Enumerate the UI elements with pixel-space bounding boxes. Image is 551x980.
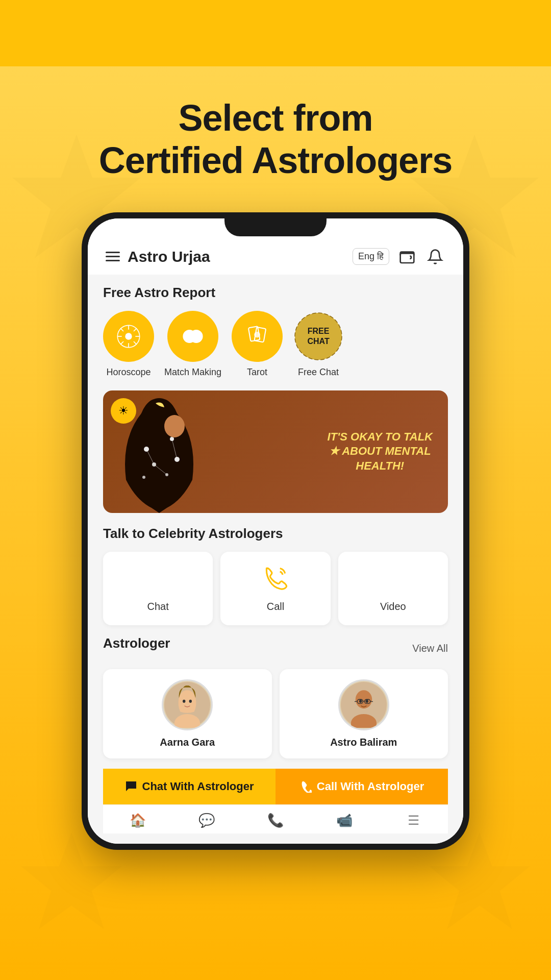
call-service-label: Call — [267, 601, 284, 612]
chat-service-icon — [145, 565, 171, 595]
svg-point-19 — [254, 331, 260, 337]
chat-service-card[interactable]: Chat — [103, 552, 213, 625]
headline: Select from Certified Astrologers — [99, 97, 452, 182]
svg-point-36 — [183, 699, 185, 702]
call-service-icon — [263, 565, 288, 595]
top-bar — [0, 0, 551, 66]
phone-mockup: Astro Urjaa Eng हि — [82, 212, 469, 850]
app-content: Free Astro Report — [88, 275, 463, 844]
tarot-item[interactable]: Tarot — [232, 311, 283, 378]
svg-point-6 — [125, 333, 132, 339]
free-badge-line2: CHAT — [307, 336, 329, 346]
bottom-nav: 🏠 💬 📞 📹 ☰ — [103, 804, 448, 834]
matchmaking-icon-circle — [167, 311, 218, 362]
tarot-label: Tarot — [247, 367, 267, 378]
horoscope-item[interactable]: Horoscope — [103, 311, 154, 378]
svg-rect-4 — [400, 253, 414, 263]
nav-home[interactable]: 🏠 — [103, 813, 172, 828]
nav-chat[interactable]: 💬 — [172, 813, 241, 828]
aarna-name: Aarna Gara — [160, 737, 215, 748]
app-logo: Astro Urjaa — [128, 248, 210, 265]
service-cards: Chat Call — [103, 552, 448, 625]
free-astro-title: Free Astro Report — [103, 285, 448, 301]
chat-nav-icon: 💬 — [198, 813, 215, 828]
svg-point-41 — [359, 699, 362, 702]
svg-line-46 — [355, 701, 357, 701]
wallet-icon[interactable] — [397, 247, 417, 267]
lang-hi: हि — [377, 251, 384, 262]
svg-point-16 — [190, 330, 202, 342]
svg-point-31 — [164, 415, 185, 437]
banner-text: IT'S OKAY TO TALK ★ ABOUT MENTAL HEALTH! — [328, 430, 433, 474]
banner-line2: ★ ABOUT MENTAL — [328, 444, 433, 459]
celebrity-title: Talk to Celebrity Astrologers — [103, 526, 448, 542]
app-header: Astro Urjaa Eng हि — [88, 236, 463, 275]
tarot-icon-circle — [232, 311, 283, 362]
horoscope-icon-circle — [103, 311, 154, 362]
nav-menu[interactable]: ☰ — [379, 813, 448, 828]
horoscope-label: Horoscope — [106, 367, 151, 378]
svg-line-47 — [370, 701, 372, 701]
celebrity-section: Talk to Celebrity Astrologers Chat — [103, 526, 448, 625]
banner-line1: IT'S OKAY TO TALK — [328, 430, 433, 445]
nav-video[interactable]: 📹 — [310, 813, 379, 828]
sun-icon: ☀ — [111, 398, 136, 424]
video-service-icon — [380, 565, 406, 595]
chat-with-astrologer-btn[interactable]: Chat With Astrologer — [103, 769, 276, 804]
headline-line2: Certified Astrologers — [99, 140, 452, 181]
banner-line3: HEALTH! — [328, 459, 433, 474]
match-making-item[interactable]: Match Making — [164, 311, 221, 378]
video-service-label: Video — [380, 601, 406, 612]
svg-point-37 — [189, 699, 192, 702]
astro-icons-row: Horoscope Match Making — [103, 311, 448, 378]
hamburger-menu[interactable] — [106, 252, 120, 261]
astrologer-card-baliram[interactable]: Astro Baliram — [280, 669, 448, 758]
headline-line1: Select from — [178, 97, 372, 138]
phone-inner: Astro Urjaa Eng हि — [88, 218, 463, 844]
call-with-astrologer-btn[interactable]: Call With Astrologer — [276, 769, 448, 804]
matchmaking-label: Match Making — [164, 367, 221, 378]
language-switcher[interactable]: Eng हि — [353, 248, 389, 265]
view-all-link[interactable]: View All — [412, 643, 448, 654]
video-service-card[interactable]: Video — [338, 552, 448, 625]
menu-nav-icon: ☰ — [408, 813, 419, 828]
main-background: Select from Certified Astrologers Astro … — [0, 66, 551, 980]
free-badge-line1: FREE — [307, 326, 329, 336]
chat-service-label: Chat — [147, 601, 169, 612]
svg-point-26 — [142, 476, 145, 479]
free-chat-label: Free Chat — [298, 367, 339, 378]
free-chat-item[interactable]: FREE CHAT Free Chat — [293, 311, 344, 378]
chat-cta-label: Chat With Astrologer — [142, 780, 254, 793]
call-service-card[interactable]: Call — [220, 552, 330, 625]
header-left: Astro Urjaa — [106, 248, 210, 265]
home-nav-icon: 🏠 — [130, 813, 146, 828]
phone-notch — [224, 218, 327, 236]
svg-line-11 — [120, 328, 123, 331]
baliram-name: Astro Baliram — [330, 737, 397, 748]
video-nav-icon: 📹 — [336, 813, 353, 828]
call-cta-label: Call With Astrologer — [317, 780, 424, 793]
astrologer-card-aarna[interactable]: Aarna Gara — [103, 669, 272, 758]
svg-rect-32 — [382, 570, 397, 584]
aarna-avatar — [162, 679, 213, 730]
astrologer-header: Astrologer View All — [103, 635, 448, 662]
svg-line-14 — [120, 341, 123, 345]
baliram-avatar — [338, 679, 389, 730]
astrologer-title: Astrologer — [103, 635, 170, 651]
svg-point-39 — [356, 690, 372, 708]
header-right: Eng हि — [353, 247, 445, 267]
svg-line-13 — [134, 328, 137, 331]
svg-line-12 — [134, 341, 137, 345]
svg-point-42 — [365, 699, 368, 702]
nav-call[interactable]: 📞 — [241, 813, 310, 828]
call-nav-icon: 📞 — [267, 813, 284, 828]
free-astro-section: Free Astro Report — [103, 285, 448, 378]
bottom-cta: Chat With Astrologer Call With Astrologe… — [103, 769, 448, 804]
astrologer-section: Astrologer View All — [103, 635, 448, 758]
astrologer-cards: Aarna Gara — [103, 669, 448, 758]
promo-banner[interactable]: ☀ — [103, 390, 448, 513]
bell-icon[interactable] — [425, 247, 445, 267]
lang-eng: Eng — [358, 251, 374, 262]
